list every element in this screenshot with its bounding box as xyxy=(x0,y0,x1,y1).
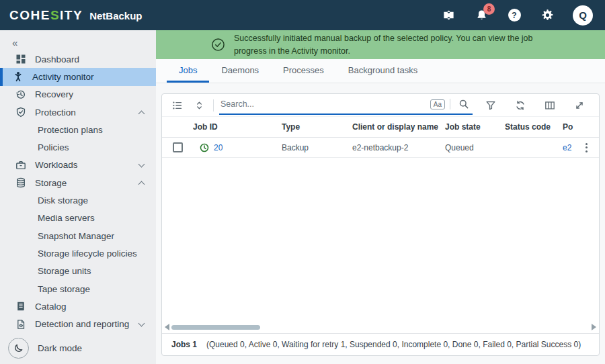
tab-background-tasks[interactable]: Background tasks xyxy=(336,59,430,83)
database-icon xyxy=(15,177,26,189)
tab-processes[interactable]: Processes xyxy=(271,59,336,83)
sidebar-item-label: Dashboard xyxy=(35,54,149,64)
product-name: NetBackup xyxy=(89,10,142,21)
jobs-table-card: Aa xyxy=(161,93,600,356)
sidebar-item-label: Policies xyxy=(38,142,149,152)
dark-mode-toggle[interactable]: Dark mode xyxy=(0,334,156,361)
sidebar-nav: Dashboard Activity monitor Recovery Prot… xyxy=(0,50,156,333)
sidebar-item-label: Snapshot Manager xyxy=(38,231,149,241)
table-row[interactable]: 20 Backup e2-netbackup-2 Queued e2 xyxy=(162,138,599,158)
sidebar-item-dashboard[interactable]: Dashboard xyxy=(0,50,156,68)
success-check-icon xyxy=(211,38,225,52)
user-avatar[interactable]: Q xyxy=(573,5,593,26)
recovery-history-icon xyxy=(15,89,26,100)
dark-mode-label: Dark mode xyxy=(38,343,82,353)
shield-check-icon xyxy=(15,107,26,118)
chevron-down-icon xyxy=(138,161,145,167)
toolbar-actions xyxy=(482,97,592,113)
report-eye-icon xyxy=(15,318,26,330)
sidebar-item-workloads[interactable]: Workloads xyxy=(0,156,156,174)
sidebar-item-label: Media servers xyxy=(38,213,149,223)
tab-jobs[interactable]: Jobs xyxy=(167,59,209,83)
sidebar-item-label: Protection xyxy=(35,107,139,118)
tab-daemons[interactable]: Daemons xyxy=(209,59,271,83)
table-header-row: Job ID Type Client or display name↓ Job … xyxy=(162,117,599,138)
header-actions: 8 ? Q xyxy=(441,5,597,26)
support-ticket-button[interactable] xyxy=(441,8,456,23)
cell-type: Backup xyxy=(279,143,350,152)
scrollbar-track[interactable] xyxy=(171,325,590,330)
column-type[interactable]: Type xyxy=(279,122,350,132)
column-policy[interactable]: Po xyxy=(560,122,580,132)
app-window: COHESITY NetBackup 8 ? xyxy=(0,0,605,364)
case-sensitive-toggle[interactable]: Aa xyxy=(430,99,445,109)
queued-clock-icon xyxy=(200,143,209,152)
chevron-up-icon xyxy=(138,181,145,187)
row-sort-button[interactable] xyxy=(190,97,208,113)
search-input[interactable] xyxy=(219,99,430,109)
sidebar-item-disk-storage[interactable]: Disk storage xyxy=(0,191,156,209)
sidebar-collapse-button[interactable]: « xyxy=(0,30,156,50)
row-menu-icon[interactable] xyxy=(583,143,590,152)
refresh-button[interactable] xyxy=(512,97,529,113)
list-view-button[interactable] xyxy=(169,97,186,113)
scrollbar-thumb[interactable] xyxy=(171,325,260,330)
notifications-button[interactable]: 8 xyxy=(474,8,489,23)
search-divider xyxy=(450,99,450,109)
sidebar-item-storage-units[interactable]: Storage units xyxy=(0,263,156,280)
table-footer: Jobs 1 (Queued 0, Active 0, Waiting for … xyxy=(162,333,599,355)
sidebar-item-storage-lifecycle-policies[interactable]: Storage lifecycle policies xyxy=(0,244,156,262)
column-status-code[interactable]: Status code xyxy=(502,122,560,132)
search-field: Aa xyxy=(219,96,473,115)
column-client[interactable]: Client or display name↓ xyxy=(350,122,442,132)
book-icon xyxy=(15,301,26,312)
sidebar-item-label: Workloads xyxy=(35,160,139,170)
content-area: Aa xyxy=(156,83,605,364)
sidebar-item-label: Catalog xyxy=(35,302,149,312)
settings-button[interactable] xyxy=(540,8,555,23)
sidebar-item-recovery[interactable]: Recovery xyxy=(0,86,156,103)
sidebar-item-activity-monitor[interactable]: Activity monitor xyxy=(0,68,156,85)
table-body-spacer xyxy=(162,158,599,333)
sidebar-item-storage[interactable]: Storage xyxy=(0,174,156,191)
sidebar-item-catalog[interactable]: Catalog xyxy=(0,298,156,315)
main-area: Successfully initiated manual backup of … xyxy=(156,30,605,364)
column-job-id[interactable]: Job ID xyxy=(190,122,279,132)
sidebar-item-protection-plans[interactable]: Protection plans xyxy=(0,121,156,138)
success-banner: Successfully initiated manual backup of … xyxy=(156,30,605,59)
sidebar-item-media-servers[interactable]: Media servers xyxy=(0,210,156,227)
sidebar-item-label: Storage units xyxy=(38,266,149,276)
jobs-summary: (Queued 0, Active 0, Waiting for retry 1… xyxy=(206,340,581,349)
row-checkbox[interactable] xyxy=(173,142,183,152)
sidebar-item-protection[interactable]: Protection xyxy=(0,103,156,121)
sidebar-item-label: Storage xyxy=(35,178,139,188)
columns-button[interactable] xyxy=(541,97,559,113)
brand-green-letter: S xyxy=(50,8,60,22)
sidebar-item-detection-and-reporting[interactable]: Detection and reporting xyxy=(0,315,156,332)
scroll-left-arrow[interactable] xyxy=(165,324,169,330)
notification-badge: 8 xyxy=(483,3,495,15)
column-job-state[interactable]: Job state xyxy=(442,122,502,132)
sidebar-item-label: Disk storage xyxy=(38,195,149,206)
toolbar-divider xyxy=(213,99,214,111)
banner-message: Successfully initiated manual backup of … xyxy=(234,32,550,56)
briefcase-icon xyxy=(15,159,26,171)
scroll-right-arrow[interactable] xyxy=(592,324,596,330)
filter-button[interactable] xyxy=(482,97,499,113)
sidebar-item-label: Tape storage xyxy=(38,284,149,294)
help-button[interactable]: ? xyxy=(507,8,522,23)
sidebar-item-label: Recovery xyxy=(35,89,149,99)
sidebar-item-snapshot-manager[interactable]: Snapshot Manager xyxy=(0,227,156,244)
job-id-link[interactable]: 20 xyxy=(214,143,223,152)
sidebar-item-tape-storage[interactable]: Tape storage xyxy=(0,280,156,298)
expand-button[interactable] xyxy=(571,97,588,113)
policy-link[interactable]: e2 xyxy=(563,143,571,152)
sidebar-item-policies[interactable]: Policies xyxy=(0,138,156,156)
cell-job-state: Queued xyxy=(442,143,502,152)
tab-bar: Jobs Daemons Processes Background tasks xyxy=(156,59,605,83)
sidebar: « Dashboard Activity monitor Recovery xyxy=(0,30,156,364)
sidebar-item-label: Protection plans xyxy=(38,125,149,135)
cell-client: e2-netbackup-2 xyxy=(350,143,442,152)
search-icon[interactable] xyxy=(455,96,473,112)
sidebar-item-label: Activity monitor xyxy=(32,72,149,82)
